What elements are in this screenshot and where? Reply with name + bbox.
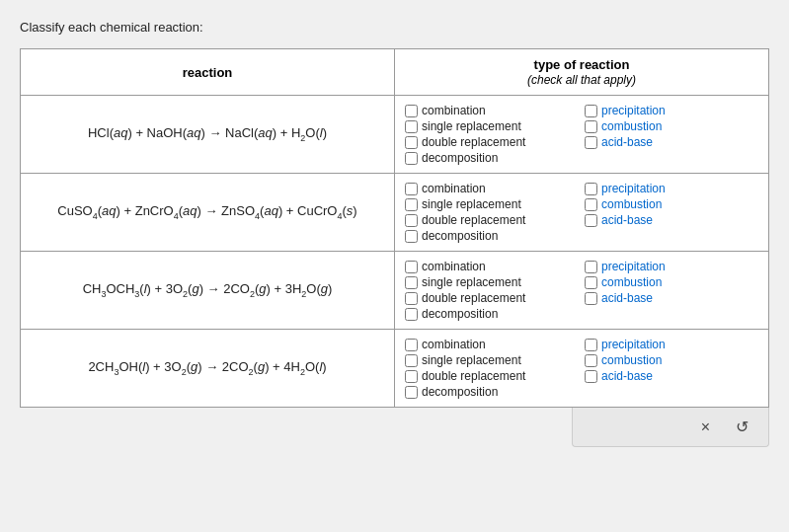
label-double-replacement-row3: double replacement [422, 291, 525, 305]
reset-button[interactable]: ↺ [730, 416, 754, 438]
label-precipitation-row1: precipitation [601, 104, 666, 117]
label-single-replacement-row4: single replacement [422, 353, 521, 367]
label-combustion-row2: combustion [601, 197, 662, 211]
checkbox-item-acid-base-row3[interactable]: acid-base [585, 291, 758, 305]
label-decomposition-row4: decomposition [422, 385, 498, 399]
label-combination-row3: combination [422, 260, 486, 273]
label-acid-base-row3: acid-base [601, 291, 653, 305]
checkbox-item-decomposition-row4[interactable]: decomposition [405, 385, 579, 399]
label-acid-base-row1: acid-base [601, 135, 653, 149]
checkbox-item-double-replacement-row2[interactable]: double replacement [405, 213, 579, 227]
reaction-cell-2: CuSO4(aq) + ZnCrO4(aq) → ZnSO4(aq) + CuC… [21, 174, 395, 252]
label-double-replacement-row2: double replacement [422, 213, 525, 227]
checkbox-combination-row1[interactable] [405, 105, 418, 117]
checkbox-item-precipitation-row4[interactable]: precipitation [585, 338, 758, 351]
instruction-text: Classify each chemical reaction: [20, 20, 769, 35]
checkbox-decomposition-row4[interactable] [405, 386, 418, 399]
type-cell-2: combinationprecipitationsingle replaceme… [395, 174, 769, 252]
checkbox-single-replacement-row4[interactable] [405, 354, 418, 367]
header-type-title: type of reaction [534, 57, 630, 72]
checkbox-item-single-replacement-row1[interactable]: single replacement [405, 119, 579, 133]
checkbox-item-acid-base-row4[interactable]: acid-base [585, 369, 758, 383]
checkbox-item-precipitation-row2[interactable]: precipitation [585, 182, 758, 195]
label-precipitation-row2: precipitation [601, 182, 666, 195]
reaction-cell-4: 2CH3OH(l) + 3O2(g) → 2CO2(g) + 4H2O(l) [21, 330, 395, 408]
checkbox-item-double-replacement-row4[interactable]: double replacement [405, 369, 579, 383]
checkbox-item-precipitation-row1[interactable]: precipitation [585, 104, 758, 117]
header-type: type of reaction (check all that apply) [395, 49, 769, 96]
checkbox-item-single-replacement-row2[interactable]: single replacement [405, 197, 579, 211]
checkbox-item-combustion-row3[interactable]: combustion [585, 275, 758, 289]
label-precipitation-row3: precipitation [601, 260, 666, 273]
checkbox-acid-base-row2[interactable] [585, 214, 597, 227]
checkbox-item-combination-row1[interactable]: combination [405, 104, 579, 117]
checkbox-precipitation-row1[interactable] [585, 105, 597, 117]
checkbox-decomposition-row2[interactable] [405, 230, 418, 243]
checkbox-item-decomposition-row2[interactable]: decomposition [405, 229, 579, 243]
reaction-cell-3: CH3OCH3(l) + 3O2(g) → 2CO2(g) + 3H2O(g) [21, 252, 395, 330]
label-acid-base-row2: acid-base [601, 213, 653, 227]
checkbox-combination-row3[interactable] [405, 261, 418, 273]
checkbox-item-combination-row3[interactable]: combination [405, 260, 579, 273]
checkbox-item-decomposition-row1[interactable]: decomposition [405, 151, 579, 165]
page-container: Classify each chemical reaction: reactio… [20, 20, 769, 447]
checkbox-single-replacement-row3[interactable] [405, 276, 418, 289]
checkbox-item-double-replacement-row3[interactable]: double replacement [405, 291, 579, 305]
checkbox-combination-row2[interactable] [405, 183, 418, 195]
type-cell-1: combinationprecipitationsingle replaceme… [395, 96, 769, 174]
checkbox-item-double-replacement-row1[interactable]: double replacement [405, 135, 579, 149]
checkbox-item-acid-base-row2[interactable]: acid-base [585, 213, 758, 227]
reaction-cell-1: HCl(aq) + NaOH(aq) → NaCl(aq) + H2O(l) [21, 96, 395, 174]
checkbox-precipitation-row4[interactable] [585, 339, 597, 351]
checkbox-combustion-row1[interactable] [585, 120, 597, 133]
checkbox-acid-base-row4[interactable] [585, 370, 597, 383]
type-cell-3: combinationprecipitationsingle replaceme… [395, 252, 769, 330]
checkbox-decomposition-row3[interactable] [405, 308, 418, 321]
bottom-bar: × ↺ [572, 408, 769, 447]
checkbox-double-replacement-row3[interactable] [405, 292, 418, 305]
checkbox-combination-row4[interactable] [405, 339, 418, 351]
classification-table: reaction type of reaction (check all tha… [20, 48, 769, 408]
checkbox-combustion-row2[interactable] [585, 198, 597, 211]
checkbox-item-combination-row4[interactable]: combination [405, 338, 579, 351]
checkbox-acid-base-row1[interactable] [585, 136, 597, 149]
checkbox-item-combustion-row4[interactable]: combustion [585, 353, 758, 367]
checkbox-item-combustion-row2[interactable]: combustion [585, 197, 758, 211]
checkbox-item-combustion-row1[interactable]: combustion [585, 119, 758, 133]
checkbox-single-replacement-row2[interactable] [405, 198, 418, 211]
label-single-replacement-row3: single replacement [422, 275, 521, 289]
label-decomposition-row1: decomposition [422, 151, 498, 165]
checkbox-combustion-row3[interactable] [585, 276, 597, 289]
checkbox-double-replacement-row4[interactable] [405, 370, 418, 383]
checkbox-item-precipitation-row3[interactable]: precipitation [585, 260, 758, 273]
empty-col2-row4 [585, 385, 758, 399]
label-combination-row1: combination [422, 104, 486, 117]
checkbox-precipitation-row3[interactable] [585, 261, 597, 273]
label-combustion-row4: combustion [601, 353, 662, 367]
label-combustion-row1: combustion [601, 119, 662, 133]
checkbox-single-replacement-row1[interactable] [405, 120, 418, 133]
checkbox-double-replacement-row1[interactable] [405, 136, 418, 149]
label-acid-base-row4: acid-base [601, 369, 653, 383]
label-single-replacement-row2: single replacement [422, 197, 521, 211]
label-single-replacement-row1: single replacement [422, 119, 521, 133]
label-decomposition-row3: decomposition [422, 307, 498, 321]
label-double-replacement-row1: double replacement [422, 135, 525, 149]
checkbox-decomposition-row1[interactable] [405, 152, 418, 165]
checkbox-double-replacement-row2[interactable] [405, 214, 418, 227]
close-button[interactable]: × [695, 416, 716, 438]
empty-col2-row3 [585, 307, 758, 321]
label-double-replacement-row4: double replacement [422, 369, 525, 383]
checkbox-item-single-replacement-row4[interactable]: single replacement [405, 353, 579, 367]
label-combustion-row3: combustion [601, 275, 662, 289]
header-reaction: reaction [21, 49, 395, 96]
checkbox-item-single-replacement-row3[interactable]: single replacement [405, 275, 579, 289]
label-precipitation-row4: precipitation [601, 338, 666, 351]
checkbox-item-acid-base-row1[interactable]: acid-base [585, 135, 758, 149]
checkbox-item-combination-row2[interactable]: combination [405, 182, 579, 195]
empty-col2-row2 [585, 229, 758, 243]
checkbox-acid-base-row3[interactable] [585, 292, 597, 305]
checkbox-combustion-row4[interactable] [585, 354, 597, 367]
checkbox-item-decomposition-row3[interactable]: decomposition [405, 307, 579, 321]
checkbox-precipitation-row2[interactable] [585, 183, 597, 195]
